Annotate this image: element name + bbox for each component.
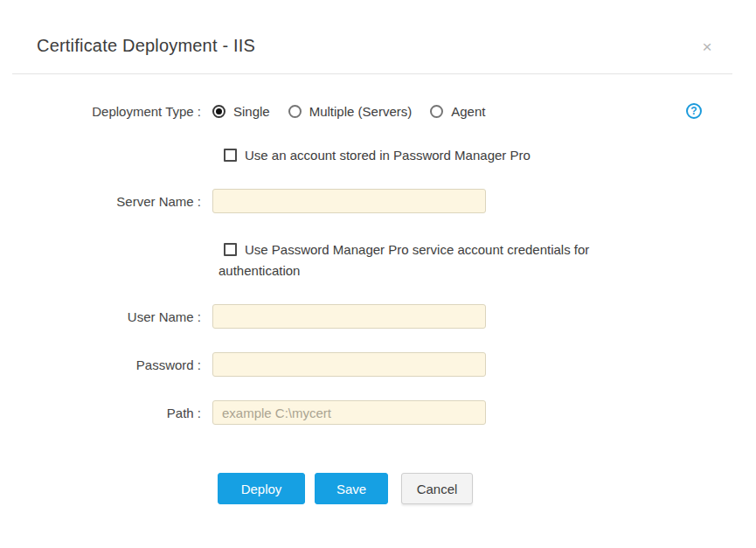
deployment-type-radio-group: Single Multiple (Servers) Agent xyxy=(212,104,503,119)
user-name-input[interactable] xyxy=(212,304,486,329)
checkbox-icon xyxy=(224,149,237,162)
close-icon[interactable]: × xyxy=(698,38,716,56)
server-name-row: Server Name : xyxy=(0,189,756,213)
password-input[interactable] xyxy=(212,352,486,377)
dialog-header: Certificate Deployment - IIS × xyxy=(0,0,756,56)
deployment-form: Deployment Type : Single Multiple (Serve… xyxy=(0,74,756,504)
radio-icon xyxy=(430,105,443,118)
dialog-title: Certificate Deployment - IIS xyxy=(37,36,732,56)
user-name-row: User Name : xyxy=(0,304,756,329)
dialog-actions: Deploy Save Cancel xyxy=(218,473,756,504)
checkbox-icon xyxy=(224,243,237,256)
radio-label-agent: Agent xyxy=(451,104,485,119)
pmp-account-checkbox-row: Use an account stored in Password Manage… xyxy=(218,147,756,164)
radio-label-single: Single xyxy=(233,104,270,119)
deployment-type-label: Deployment Type : xyxy=(0,104,212,119)
help-icon[interactable]: ? xyxy=(686,103,702,119)
server-name-input[interactable] xyxy=(212,189,486,213)
service-account-checkbox-row: Use Password Manager Pro service account… xyxy=(218,239,640,281)
radio-option-multiple-servers[interactable]: Multiple (Servers) xyxy=(288,104,413,119)
service-account-checkbox-label: Use Password Manager Pro service account… xyxy=(218,242,589,278)
cancel-button[interactable]: Cancel xyxy=(401,473,473,504)
certificate-deployment-dialog: Certificate Deployment - IIS × Deploymen… xyxy=(0,0,756,548)
password-row: Password : xyxy=(0,352,756,377)
radio-option-agent[interactable]: Agent xyxy=(430,104,485,119)
save-button[interactable]: Save xyxy=(315,473,388,504)
radio-icon xyxy=(212,105,225,118)
deploy-button[interactable]: Deploy xyxy=(218,473,305,504)
user-name-label: User Name : xyxy=(0,309,212,324)
service-account-checkbox[interactable]: Use Password Manager Pro service account… xyxy=(218,242,589,278)
deployment-type-row: Deployment Type : Single Multiple (Serve… xyxy=(0,101,756,121)
radio-option-single[interactable]: Single xyxy=(212,104,270,119)
path-input[interactable] xyxy=(212,400,486,425)
radio-label-multiple-servers: Multiple (Servers) xyxy=(309,104,413,119)
pmp-account-checkbox[interactable]: Use an account stored in Password Manage… xyxy=(218,148,531,163)
path-row: Path : xyxy=(0,400,756,425)
pmp-account-checkbox-label: Use an account stored in Password Manage… xyxy=(245,148,531,163)
server-name-label: Server Name : xyxy=(0,194,212,209)
password-label: Password : xyxy=(0,357,212,372)
path-label: Path : xyxy=(0,406,212,420)
radio-icon xyxy=(288,105,302,118)
